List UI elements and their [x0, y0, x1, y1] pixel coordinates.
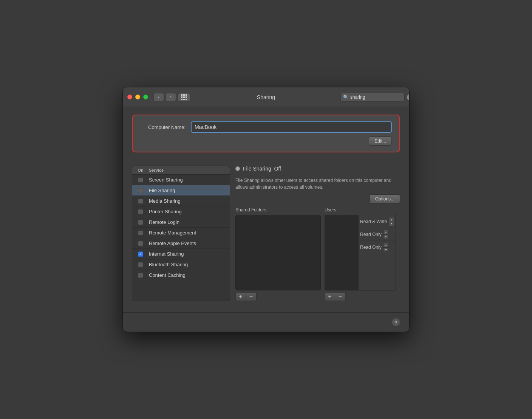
- computer-name-section: Computer Name: Edit...: [132, 115, 400, 152]
- checkmark-icon: ✓: [139, 252, 142, 256]
- edit-button[interactable]: Edit...: [369, 137, 392, 146]
- minimize-button[interactable]: [135, 95, 140, 99]
- service-checkbox[interactable]: [138, 209, 143, 214]
- service-checkbox[interactable]: [138, 220, 143, 225]
- checkbox-wrap: [132, 188, 149, 193]
- users-actions: + −: [325, 293, 400, 301]
- forward-button[interactable]: ›: [165, 93, 176, 101]
- sharing-window: ‹ › Sharing 🔍 ✕ Computer Name:: [122, 87, 410, 332]
- grid-button[interactable]: [178, 93, 190, 101]
- options-button[interactable]: Options...: [370, 194, 400, 203]
- search-input[interactable]: [350, 95, 407, 100]
- service-checkbox[interactable]: [138, 273, 143, 278]
- service-items-container: Screen SharingFile SharingMedia SharingP…: [132, 175, 230, 280]
- stepper-down-button[interactable]: ▼: [383, 247, 389, 252]
- service-name-label: Remote Apple Events: [149, 241, 230, 246]
- service-item-remote-apple-events[interactable]: Remote Apple Events: [132, 238, 230, 249]
- permission-stepper: ▲▼: [388, 217, 394, 226]
- checkbox-wrap: [132, 209, 149, 214]
- window-title: Sharing: [257, 94, 275, 100]
- service-name-label: Content Caching: [149, 272, 230, 278]
- options-row: Options...: [235, 194, 400, 203]
- divider: [132, 160, 400, 160]
- service-item-screen-sharing[interactable]: Screen Sharing: [132, 175, 230, 185]
- stepper-up-button[interactable]: ▲: [383, 230, 389, 234]
- permission-stepper: ▲▼: [383, 230, 389, 239]
- checkbox-wrap: [132, 230, 149, 236]
- checkbox-wrap: [132, 262, 149, 267]
- service-name-label: Screen Sharing: [149, 177, 230, 183]
- folders-users-section: Shared Folders: + − Users: Read & Write▲…: [235, 207, 400, 301]
- cn-edit-row: Edit...: [140, 137, 392, 146]
- service-checkbox[interactable]: [138, 241, 143, 246]
- service-item-printer-sharing[interactable]: Printer Sharing: [132, 206, 230, 217]
- service-item-media-sharing[interactable]: Media Sharing: [132, 196, 230, 206]
- service-item-remote-login[interactable]: Remote Login: [132, 217, 230, 228]
- permission-label: Read & Write: [360, 219, 387, 224]
- service-item-internet-sharing[interactable]: ✓Internet Sharing: [132, 249, 230, 259]
- service-checkbox[interactable]: ✓: [138, 251, 143, 257]
- service-list-header: On Service: [132, 166, 230, 175]
- shared-folders-label: Shared Folders:: [235, 207, 321, 213]
- service-item-file-sharing[interactable]: File Sharing: [132, 185, 230, 196]
- search-icon: 🔍: [343, 95, 349, 100]
- detail-panel: File Sharing: Off File Sharing allows ot…: [235, 166, 400, 301]
- stepper-up-button[interactable]: ▲: [383, 243, 389, 247]
- status-title: File Sharing: Off: [243, 166, 281, 172]
- service-name-label: Media Sharing: [149, 198, 230, 204]
- permission-stepper: ▲▼: [383, 243, 389, 252]
- help-button[interactable]: ?: [392, 318, 400, 326]
- header-on: On: [132, 168, 149, 172]
- remove-folder-button[interactable]: −: [246, 293, 257, 301]
- add-folder-button[interactable]: +: [235, 293, 246, 301]
- permission-row-1: Read Only▲▼: [359, 228, 396, 241]
- stepper-up-button[interactable]: ▲: [388, 217, 394, 222]
- nav-buttons: ‹ ›: [153, 93, 176, 101]
- service-item-content-caching[interactable]: Content Caching: [132, 270, 230, 280]
- forward-icon: ›: [170, 94, 172, 100]
- users-list[interactable]: [325, 215, 359, 290]
- status-dot: [235, 166, 240, 171]
- checkbox-wrap: [132, 273, 149, 278]
- service-name-label: File Sharing: [149, 188, 230, 193]
- service-list: On Service Screen SharingFile SharingMed…: [132, 166, 230, 301]
- stepper-down-button[interactable]: ▼: [388, 222, 394, 226]
- shared-folders-list[interactable]: [235, 215, 321, 290]
- users-column: Users: Read & Write▲▼Read Only▲▼Read Onl…: [325, 207, 400, 301]
- back-icon: ‹: [158, 94, 159, 100]
- computer-name-row: Computer Name:: [140, 121, 392, 133]
- service-name-label: Remote Management: [149, 230, 230, 236]
- shared-folders-column: Shared Folders: + −: [235, 207, 321, 301]
- remove-user-button[interactable]: −: [335, 293, 346, 301]
- maximize-button[interactable]: [143, 95, 148, 99]
- header-service: Service: [149, 168, 230, 172]
- service-checkbox[interactable]: [138, 262, 143, 267]
- stepper-down-button[interactable]: ▼: [383, 234, 389, 239]
- checkbox-wrap: ✓: [132, 251, 149, 257]
- search-clear-button[interactable]: ✕: [407, 94, 410, 100]
- grid-icon: [181, 94, 187, 100]
- service-item-remote-management[interactable]: Remote Management: [132, 228, 230, 238]
- computer-name-input[interactable]: [191, 121, 392, 133]
- users-box-wrapper: Read & Write▲▼Read Only▲▼Read Only▲▼: [325, 215, 400, 290]
- service-checkbox[interactable]: [138, 177, 143, 183]
- content-area: Computer Name: Edit... On Service Screen…: [123, 107, 409, 309]
- service-checkbox[interactable]: [138, 188, 143, 193]
- close-button[interactable]: [127, 95, 132, 99]
- status-description: File Sharing allows other users to acces…: [235, 177, 400, 191]
- service-item-bluetooth-sharing[interactable]: Bluetooth Sharing: [132, 259, 230, 270]
- checkbox-wrap: [132, 177, 149, 183]
- status-row: File Sharing: Off: [235, 166, 400, 172]
- service-checkbox[interactable]: [138, 230, 143, 236]
- permissions-controls: Read & Write▲▼Read Only▲▼Read Only▲▼: [359, 215, 396, 290]
- service-name-label: Printer Sharing: [149, 209, 230, 214]
- permission-row-2: Read Only▲▼: [359, 241, 396, 254]
- add-user-button[interactable]: +: [325, 293, 335, 301]
- permission-row-0: Read & Write▲▼: [359, 215, 396, 228]
- computer-name-label: Computer Name:: [140, 124, 186, 130]
- back-button[interactable]: ‹: [153, 93, 164, 101]
- service-checkbox[interactable]: [138, 199, 143, 204]
- traffic-lights: [127, 95, 148, 99]
- service-name-label: Bluetooth Sharing: [149, 262, 230, 267]
- search-box[interactable]: 🔍 ✕: [340, 93, 405, 102]
